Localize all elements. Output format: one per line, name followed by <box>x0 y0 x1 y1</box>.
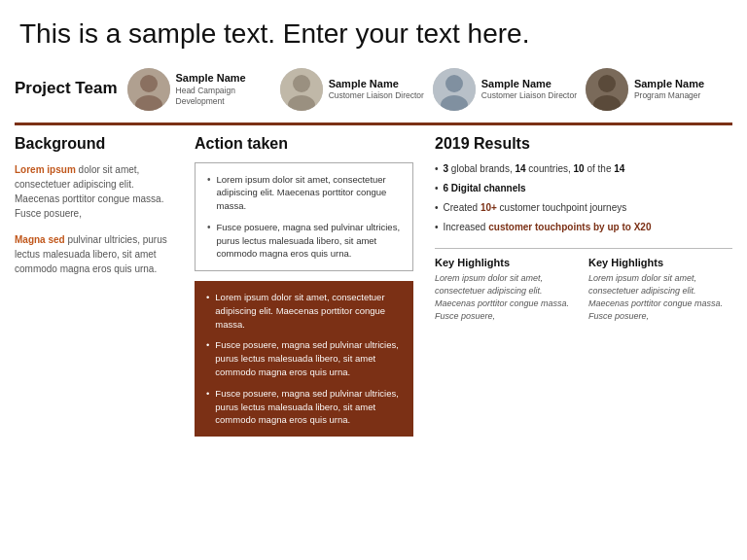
highlight-magna: Magna sed <box>15 234 65 245</box>
action-brown-text-3: Fusce posuere, magna sed pulvinar ultric… <box>215 387 402 427</box>
member-name-4: Sample Name <box>634 77 704 90</box>
svg-point-10 <box>598 75 616 92</box>
svg-point-4 <box>293 75 310 92</box>
highlight-lorem: Lorem ipsum <box>15 164 76 175</box>
member-info-4: Sample Name Program Manager <box>634 77 704 101</box>
member-info-1: Sample Name Head Campaign Development <box>176 71 274 106</box>
bullet-2: • <box>207 221 211 261</box>
bullet-3: • <box>206 291 209 331</box>
page-title: This is a sample text. Enter your text h… <box>19 18 728 51</box>
svg-point-1 <box>140 75 158 92</box>
member-name-2: Sample Name <box>329 77 424 90</box>
team-members-list: Sample Name Head Campaign Development Sa… <box>127 68 732 111</box>
bullet-1: • <box>207 173 211 213</box>
highlights-divider <box>435 248 732 249</box>
bullet-4: • <box>206 338 209 378</box>
section-divider <box>15 122 732 125</box>
action-white-item-1: • Lorem ipsum dolor sit amet, consectetu… <box>207 173 401 213</box>
action-white-text-2: Fusce posuere, magna sed pulvinar ultric… <box>217 221 401 261</box>
result-item-1: • 3 global brands, 14 countries, 10 of t… <box>435 162 732 176</box>
result-item-3: • Created 10+ customer touchpoint journe… <box>435 201 732 215</box>
highlight-title-2: Key Highlights <box>588 257 732 268</box>
bullet-5: • <box>206 387 209 427</box>
team-member-4: Sample Name Program Manager <box>586 68 732 111</box>
highlight-col-1: Key Highlights Lorem ipsum dolor sit ame… <box>435 257 579 323</box>
results-list: • 3 global brands, 14 countries, 10 of t… <box>435 162 732 234</box>
svg-point-7 <box>445 75 463 92</box>
results-title: 2019 Results <box>435 135 732 153</box>
member-role-4: Program Manager <box>634 90 704 101</box>
team-label: Project Team <box>15 79 118 98</box>
action-box-white: • Lorem ipsum dolor sit amet, consectetu… <box>195 162 413 272</box>
background-title: Background <box>15 135 173 153</box>
action-title: Action taken <box>195 135 413 153</box>
action-column: Action taken • Lorem ipsum dolor sit ame… <box>185 135 423 437</box>
action-box-brown: • Lorem ipsum dolor sit amet, consectetu… <box>195 281 413 437</box>
member-role-3: Customer Liaison Director <box>481 90 577 101</box>
member-name-1: Sample Name <box>176 71 274 85</box>
member-role-1: Head Campaign Development <box>176 86 274 107</box>
avatar-4 <box>586 68 628 111</box>
highlight-text-2: Lorem ipsum dolor sit amet, consectetuer… <box>588 272 732 323</box>
highlights-row: Key Highlights Lorem ipsum dolor sit ame… <box>435 257 732 323</box>
action-brown-item-3: • Fusce posuere, magna sed pulvinar ultr… <box>206 387 402 427</box>
action-brown-text-2: Fusce posuere, magna sed pulvinar ultric… <box>215 338 402 378</box>
team-member-1: Sample Name Head Campaign Development <box>127 68 274 111</box>
member-name-3: Sample Name <box>481 77 577 90</box>
highlight-title-1: Key Highlights <box>435 257 579 268</box>
results-column: 2019 Results • 3 global brands, 14 count… <box>423 135 732 437</box>
avatar-3 <box>433 68 476 111</box>
highlight-col-2: Key Highlights Lorem ipsum dolor sit ame… <box>588 257 732 323</box>
member-info-3: Sample Name Customer Liaison Director <box>481 77 577 101</box>
action-brown-text-1: Lorem ipsum dolor sit amet, consectetuer… <box>215 291 402 331</box>
result-item-2: • 6 Digital channels <box>435 182 732 195</box>
header-section: This is a sample text. Enter your text h… <box>0 0 747 60</box>
avatar-2 <box>280 68 323 111</box>
content-area: Background Lorem ipsum dolor sit amet, c… <box>0 135 747 437</box>
member-role-2: Customer Liaison Director <box>329 90 424 101</box>
highlight-text-1: Lorem ipsum dolor sit amet, consectetuer… <box>435 272 579 323</box>
team-member-3: Sample Name Customer Liaison Director <box>433 68 580 111</box>
avatar-1 <box>127 68 170 111</box>
action-white-text-1: Lorem ipsum dolor sit amet, consectetuer… <box>217 173 401 213</box>
result-item-4: • Increased customer touchpoints by up t… <box>435 221 732 234</box>
action-brown-item-2: • Fusce posuere, magna sed pulvinar ultr… <box>206 338 402 378</box>
action-white-item-2: • Fusce posuere, magna sed pulvinar ultr… <box>207 221 401 261</box>
team-member-2: Sample Name Customer Liaison Director <box>280 68 427 111</box>
background-paragraph-2: Magna sed pulvinar ultricies, purus lect… <box>15 232 173 276</box>
member-info-2: Sample Name Customer Liaison Director <box>329 77 424 101</box>
team-section: Project Team Sample Name Head Campaign D… <box>0 60 747 119</box>
action-brown-item-1: • Lorem ipsum dolor sit amet, consectetu… <box>206 291 402 331</box>
background-paragraph-1: Lorem ipsum dolor sit amet, consectetuer… <box>15 162 173 221</box>
background-column: Background Lorem ipsum dolor sit amet, c… <box>15 135 185 437</box>
